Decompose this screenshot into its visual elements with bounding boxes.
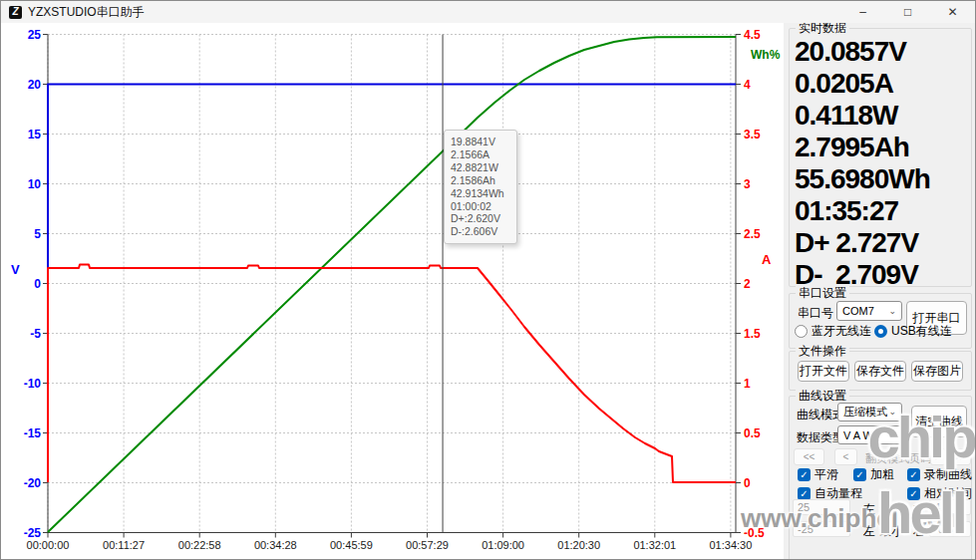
pager-prev-button[interactable]: <	[834, 448, 857, 465]
y-right-tick-label: 0.5	[744, 426, 761, 440]
series-energy-percent	[48, 37, 736, 532]
realtime-value: 55.6980Wh	[795, 163, 971, 195]
x-tick-label: 01:20:30	[557, 539, 600, 551]
curve-title: 曲线设置	[796, 389, 849, 404]
realtime-value: 2.7995Ah	[795, 132, 971, 163]
open-file-button[interactable]: 打开文件	[798, 361, 849, 382]
tooltip-line: 2.1566A	[451, 148, 514, 161]
realtime-value: 01:35:27	[795, 195, 971, 227]
y-right-tick-label: 4.5	[744, 28, 761, 42]
x-tick-label: 00:57:29	[406, 539, 449, 551]
app-logo-icon: Z	[9, 6, 22, 19]
y-left-tick-label: 15	[28, 128, 42, 141]
y-left-tick-label: -5	[30, 327, 41, 341]
radio-usb[interactable]: USB有线连	[874, 323, 952, 340]
tooltip-line: 2.1586Ah	[451, 174, 514, 187]
y-left-tick-label: -15	[24, 426, 42, 440]
window-controls: – □ ✕	[840, 1, 975, 23]
y-left-tick-label: 5	[34, 227, 41, 241]
fileops-groupbox: 文件操作 打开文件 保存文件 保存图片	[789, 351, 972, 391]
series-current	[48, 265, 736, 483]
window-title: YZXSTUDIO串口助手	[28, 4, 145, 21]
y-left-unit-label: V	[11, 262, 20, 277]
pager-first-button[interactable]: <<	[794, 448, 824, 465]
x-tick-label: 00:00:00	[27, 539, 70, 551]
checkbox-checked-icon[interactable]	[798, 468, 811, 481]
y-left-tick-label: 10	[28, 177, 42, 191]
fileops-title: 文件操作	[796, 344, 849, 359]
y-right-tick-label: 3	[744, 177, 751, 191]
realtime-values: 20.0857V0.0205A0.4118W2.7995Ah55.6980Wh0…	[790, 29, 971, 291]
y-right-tick-label: 3.5	[744, 128, 761, 141]
x-tick-label: 01:32:01	[633, 539, 676, 551]
serial-title: 串口设置	[796, 286, 849, 301]
radio-unchecked-icon[interactable]	[795, 325, 808, 338]
y-right-tick-label: 2	[744, 277, 751, 291]
y-right-unit2-label: Wh%	[751, 48, 781, 62]
radio-bluetooth-label: 蓝牙无线连	[812, 323, 871, 340]
x-tick-label: 00:22:58	[178, 539, 221, 551]
y-right-unit-label: A	[762, 252, 772, 267]
x-tick-label: 00:34:28	[254, 539, 297, 551]
radio-checked-icon[interactable]	[874, 325, 887, 338]
y-right-tick-label: 2.5	[744, 227, 761, 241]
x-tick-label: 00:11:27	[103, 539, 145, 551]
chart-plot[interactable]: 254.5204153.510352.502-51.5-101-150.5-20…	[1, 23, 784, 560]
chart-tooltip: 19.8841V2.1566A42.8821W2.1586Ah42.9134Wh…	[444, 130, 517, 244]
serial-groupbox: 串口设置 串口号 COM7 ⌄ 打开串口 蓝牙无线连 USB有线连	[789, 293, 972, 349]
realtime-title: 实时数据	[796, 21, 849, 36]
realtime-value: 0.0205A	[795, 68, 971, 100]
y-left-tick-label: 0	[34, 277, 41, 291]
checkbox-smooth[interactable]: 平滑	[798, 466, 838, 483]
tooltip-line: 42.8821W	[451, 161, 514, 174]
chiphell-logo-line1: chip	[864, 400, 976, 475]
y-right-tick-label: 1	[744, 377, 751, 391]
realtime-groupbox: 实时数据 20.0857V0.0205A0.4118W2.7995Ah55.69…	[789, 28, 972, 287]
chart-area: 254.5204153.510352.502-51.5-101-150.5-20…	[1, 23, 784, 560]
y-right-tick-label: 0	[744, 476, 751, 490]
tooltip-line: 42.9134Wh	[451, 187, 514, 200]
save-image-button[interactable]: 保存图片	[911, 361, 963, 382]
serial-port-select[interactable]: COM7 ⌄	[836, 301, 902, 321]
y-right-tick-label: 1.5	[744, 327, 761, 341]
realtime-value: 20.0857V	[795, 36, 971, 68]
tooltip-line: D+:2.620V	[451, 212, 514, 225]
serial-port-value: COM7	[842, 305, 874, 317]
chiphell-logo-line2: hell	[864, 475, 976, 551]
tooltip-line: 19.8841V	[451, 136, 514, 148]
save-file-button[interactable]: 保存文件	[854, 361, 906, 382]
radio-usb-label: USB有线连	[891, 323, 952, 340]
checkbox-smooth-label: 平滑	[814, 466, 838, 483]
tooltip-line: D-:2.606V	[451, 225, 514, 238]
realtime-value: 0.4118W	[795, 100, 971, 132]
radio-bluetooth[interactable]: 蓝牙无线连	[795, 323, 871, 340]
chiphell-logo: chip hell	[864, 400, 976, 551]
close-button[interactable]: ✕	[930, 1, 975, 23]
x-tick-label: 00:45:59	[330, 539, 373, 551]
maximize-button[interactable]: □	[885, 1, 930, 23]
realtime-value: D+ 2.727V	[795, 227, 971, 259]
x-tick-label: 01:09:00	[482, 539, 524, 551]
x-tick-label: 01:34:30	[709, 539, 752, 551]
chevron-down-icon: ⌄	[888, 307, 896, 316]
y-left-tick-label: -10	[24, 377, 42, 391]
titlebar: Z YZXSTUDIO串口助手 – □ ✕	[1, 1, 975, 23]
y-left-tick-label: 25	[28, 28, 42, 42]
tooltip-line: 01:00:02	[451, 200, 514, 213]
y-right-tick-label: 4	[744, 78, 751, 92]
y-left-tick-label: 20	[28, 78, 42, 92]
serial-port-label: 串口号	[798, 305, 833, 322]
y-left-tick-label: -25	[24, 526, 42, 540]
app-window: Z YZXSTUDIO串口助手 – □ ✕ 254.5204153.510352…	[0, 0, 976, 560]
minimize-button[interactable]: –	[840, 1, 885, 23]
y-left-tick-label: -20	[24, 476, 42, 490]
